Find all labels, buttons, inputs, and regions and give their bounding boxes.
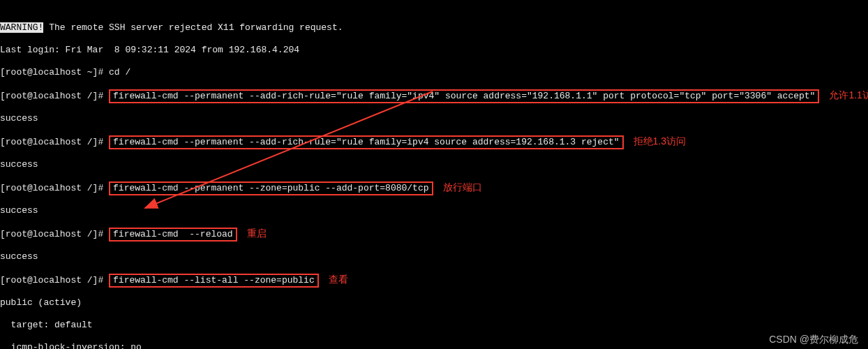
prompt: [root@localhost /]# [0,91,103,101]
result-success-4: success [0,251,868,262]
cmd-rule1: firewall-cmd --permanent --add-rich-rule… [113,91,815,101]
cmd-rule1-box: firewall-cmd --permanent --add-rich-rule… [109,89,819,103]
cmd-reload-line: [root@localhost /]# firewall-cmd --reloa… [0,228,868,240]
prompt-home: [root@localhost ~]# [0,67,103,77]
cmd-cd-text: cd / [109,67,130,77]
out-target: target: default [0,320,868,331]
annot-view: 查看 [329,274,348,285]
cmd-cd: [root@localhost ~]# cd / [0,67,868,78]
annot-reject: 拒绝1.3访问 [634,135,686,147]
cmd-reload-box: firewall-cmd --reload [109,228,237,242]
cmd-rule1-line: [root@localhost /]# firewall-cmd --perma… [0,89,868,102]
result-success-3: success [0,205,868,216]
watermark: CSDN @费尔柳成危 [769,334,858,345]
prompt: [root@localhost /]# [0,275,103,285]
terminal-window[interactable]: WARNING! The remote SSH server rejected … [0,0,868,349]
annot-allow: 允许1.1访问 [829,89,868,101]
cmd-rule2: firewall-cmd --permanent --add-rich-rule… [113,137,620,147]
last-login: Last login: Fri Mar 8 09:32:11 2024 from… [0,45,868,56]
out-icmpinv: icmp-block-inversion: no [0,342,868,349]
annot-restart: 重启 [247,228,267,239]
result-success-2: success [0,159,868,170]
cmd-addport-line: [root@localhost /]# firewall-cmd --perma… [0,181,868,194]
cmd-addport-box: firewall-cmd --permanent --zone=public -… [109,181,433,195]
cmd-addport: firewall-cmd --permanent --zone=public -… [113,183,428,193]
cmd-listall-box: firewall-cmd --list-all --zone=public [109,274,319,288]
annot-openport: 放行端口 [443,181,482,193]
result-success-1: success [0,113,868,124]
cmd-listall: firewall-cmd --list-all --zone=public [113,275,315,285]
warning-badge: WARNING! [0,22,43,33]
warning-line: WARNING! The remote SSH server rejected … [0,22,868,34]
cmd-listall-line: [root@localhost /]# firewall-cmd --list-… [0,274,868,286]
out-header: public (active) [0,297,868,309]
cmd-rule2-line: [root@localhost /]# firewall-cmd --perma… [0,135,868,148]
cmd-rule2-box: firewall-cmd --permanent --add-rich-rule… [109,135,624,149]
prompt: [root@localhost /]# [0,137,103,147]
warning-text: The remote SSH server rejected X11 forwa… [43,22,343,33]
prompt: [root@localhost /]# [0,183,103,193]
cmd-reload: firewall-cmd --reload [113,229,233,239]
prompt: [root@localhost /]# [0,229,103,239]
